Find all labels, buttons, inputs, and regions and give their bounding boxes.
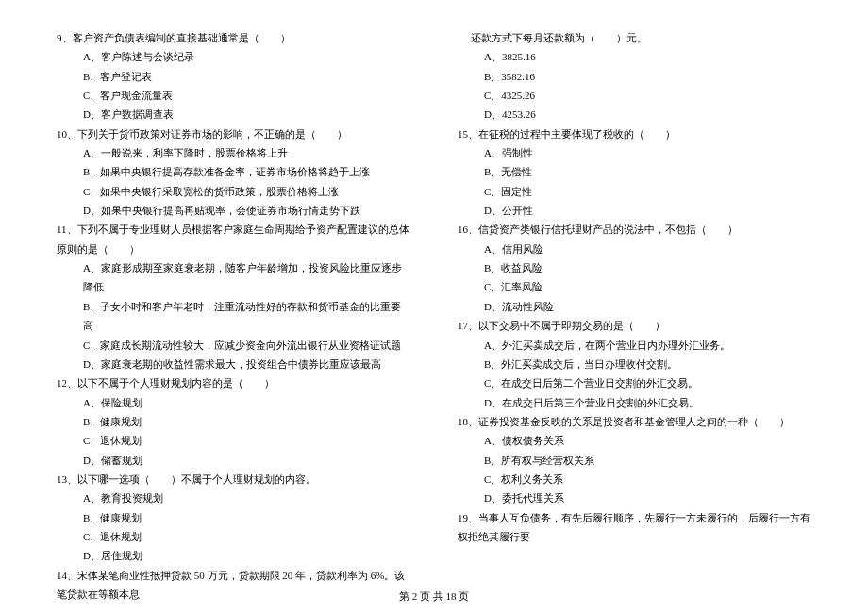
question-10-option-b: B、如果中央银行提高存款准备金率，证券市场价格将趋于上涨 bbox=[57, 162, 410, 181]
question-18-option-d: D、委托代理关系 bbox=[458, 489, 811, 507]
question-14-option-c: C、4325.26 bbox=[458, 86, 811, 105]
question-14-option-a: A、3825.16 bbox=[458, 47, 811, 66]
question-14-option-d: D、4253.26 bbox=[458, 105, 811, 124]
question-9-option-d: D、客户数据调查表 bbox=[57, 105, 410, 124]
question-12-option-c: C、退休规划 bbox=[57, 431, 410, 450]
question-9-option-c: C、客户现金流量表 bbox=[57, 86, 410, 105]
question-10-option-c: C、如果中央银行采取宽松的货币政策，股票价格将上涨 bbox=[57, 182, 410, 201]
question-12-option-b: B、健康规划 bbox=[57, 412, 410, 431]
question-11-option-b: B、子女小时和客户年老时，注重流动性好的存款和货币基金的比重要高 bbox=[57, 297, 410, 336]
question-9-option-a: A、客户陈述与会谈纪录 bbox=[57, 47, 410, 66]
question-11-option-d: D、家庭衰老期的收益性需求最大，投资组合中债券比重应该最高 bbox=[57, 355, 410, 373]
two-column-layout: 9、客户资产负债表编制的直接基础通常是（ ） A、客户陈述与会谈纪录 B、客户登… bbox=[57, 28, 811, 561]
question-11-option-c: C、家庭成长期流动性较大，应减少资金向外流出银行从业资格证试题 bbox=[57, 336, 410, 355]
question-16-option-b: B、收益风险 bbox=[458, 258, 811, 277]
question-11-option-a: A、家庭形成期至家庭衰老期，随客户年龄增加，投资风险比重应逐步降低 bbox=[57, 258, 410, 297]
question-13-option-b: B、健康规划 bbox=[57, 508, 410, 527]
question-17-option-d: D、在成交日后第三个营业日交割的外汇交易。 bbox=[458, 393, 811, 412]
question-18-stem: 18、证券投资基金反映的关系是投资者和基金管理人之间的一种（ ） bbox=[458, 412, 811, 431]
question-15-option-d: D、公开性 bbox=[458, 201, 811, 220]
question-15-option-b: B、无偿性 bbox=[458, 162, 811, 181]
question-13-option-a: A、教育投资规划 bbox=[57, 489, 410, 507]
question-13-option-c: C、退休规划 bbox=[57, 527, 410, 546]
question-12-option-d: D、储蓄规划 bbox=[57, 451, 410, 470]
question-13-stem: 13、以下哪一选项（ ）不属于个人理财规划的内容。 bbox=[57, 470, 410, 489]
question-18-option-c: C、权利义务关系 bbox=[458, 470, 811, 489]
question-16-option-d: D、流动性风险 bbox=[458, 297, 811, 316]
question-18-option-a: A、债权债务关系 bbox=[458, 431, 811, 450]
right-column: 还款方式下每月还款额为（ ）元。 A、3825.16 B、3582.16 C、4… bbox=[458, 28, 811, 561]
question-14-option-b: B、3582.16 bbox=[458, 67, 811, 86]
question-16-stem: 16、信贷资产类银行信托理财产品的说法中，不包括（ ） bbox=[458, 220, 811, 239]
question-10-option-d: D、如果中央银行提高再贴现率，会使证券市场行情走势下跌 bbox=[57, 201, 410, 220]
question-16-option-a: A、信用风险 bbox=[458, 240, 811, 258]
question-12-stem: 12、以下不属于个人理财规划内容的是（ ） bbox=[57, 373, 410, 392]
question-10-option-a: A、一般说来，利率下降时，股票价格将上升 bbox=[57, 143, 410, 162]
question-15-option-c: C、固定性 bbox=[458, 182, 811, 201]
question-13-option-d: D、居住规划 bbox=[57, 546, 410, 565]
left-column: 9、客户资产负债表编制的直接基础通常是（ ） A、客户陈述与会谈纪录 B、客户登… bbox=[57, 28, 410, 561]
question-9-stem: 9、客户资产负债表编制的直接基础通常是（ ） bbox=[57, 28, 410, 47]
question-18-option-b: B、所有权与经营权关系 bbox=[458, 451, 811, 470]
question-10-stem: 10、下列关于货币政策对证券市场的影响，不正确的是（ ） bbox=[57, 124, 410, 143]
question-11-stem: 11、下列不属于专业理财人员根据客户家庭生命周期给予资产配置建议的总体原则的是（… bbox=[57, 220, 410, 258]
page-footer: 第 2 页 共 18 页 bbox=[0, 589, 868, 604]
question-15-stem: 15、在征税的过程中主要体现了税收的（ ） bbox=[458, 124, 811, 143]
question-12-option-a: A、保险规划 bbox=[57, 393, 410, 412]
question-15-option-a: A、强制性 bbox=[458, 143, 811, 162]
question-14-continuation: 还款方式下每月还款额为（ ）元。 bbox=[458, 28, 811, 47]
question-17-stem: 17、以下交易中不属于即期交易的是（ ） bbox=[458, 316, 811, 335]
question-17-option-a: A、外汇买卖成交后，在两个营业日内办理外汇业务。 bbox=[458, 336, 811, 355]
question-17-option-c: C、在成交日后第二个营业日交割的外汇交易。 bbox=[458, 373, 811, 392]
question-19-stem: 19、当事人互负债务，有先后履行顺序，先履行一方未履行的，后履行一方有权拒绝其履… bbox=[458, 508, 811, 547]
question-16-option-c: C、汇率风险 bbox=[458, 277, 811, 296]
question-9-option-b: B、客户登记表 bbox=[57, 67, 410, 86]
question-17-option-b: B、外汇买卖成交后，当日办理收付交割。 bbox=[458, 355, 811, 373]
